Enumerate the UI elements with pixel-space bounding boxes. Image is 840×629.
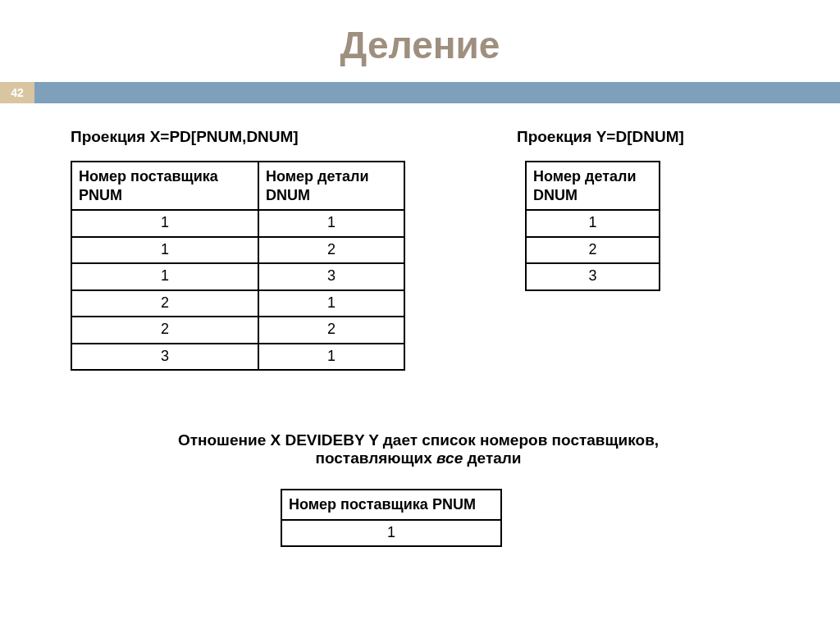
explanation-line2-italic: все (436, 449, 463, 467)
table-cell: 3 (526, 263, 660, 290)
table-cell: 3 (258, 263, 404, 290)
table-cell: 2 (258, 317, 404, 344)
table-cell: 1 (258, 344, 404, 371)
table-cell: 1 (526, 210, 660, 237)
table-row: 1 (526, 210, 660, 237)
explanation-line1: Отношение X DEVIDEBY Y дает список номер… (178, 431, 659, 449)
explanation-line2-prefix: поставляющих (315, 449, 436, 467)
table-row: 1 1 (71, 210, 404, 237)
table-header-row: Номер поставщика PNUM (281, 490, 501, 520)
table-cell: 1 (71, 263, 258, 290)
table-projection-x: Номер поставщика PNUM Номер детали DNUM … (71, 161, 405, 371)
table-row: 3 (526, 263, 660, 290)
table-result: Номер поставщика PNUM 1 (281, 489, 502, 547)
table-cell: 3 (71, 344, 258, 371)
table-header-cell: Номер поставщика PNUM (281, 490, 501, 520)
table-row: 2 (526, 237, 660, 264)
table-header-row: Номер детали DNUM (526, 162, 660, 210)
table-cell: 1 (281, 520, 501, 547)
table-header-cell: Номер поставщика PNUM (71, 162, 258, 210)
table-row: 1 3 (71, 263, 404, 290)
table-row: 1 (281, 520, 501, 547)
slide: Деление 42 Проекция X=PD[PNUM,DNUM] Прое… (0, 0, 840, 629)
table-projection-y: Номер детали DNUM 1 2 3 (525, 161, 660, 291)
page-number-badge: 42 (0, 82, 34, 103)
header-band: 42 (0, 82, 840, 103)
table-cell: 1 (258, 290, 404, 317)
slide-title: Деление (0, 0, 840, 82)
projection-y-caption: Проекция Y=D[DNUM] (517, 128, 684, 146)
table-cell: 1 (71, 237, 258, 264)
table-cell: 2 (71, 290, 258, 317)
table-cell: 2 (258, 237, 404, 264)
table-header-row: Номер поставщика PNUM Номер детали DNUM (71, 162, 404, 210)
table-cell: 1 (258, 210, 404, 237)
table-cell: 1 (71, 210, 258, 237)
explanation-text: Отношение X DEVIDEBY Y дает список номер… (90, 431, 746, 467)
table-row: 3 1 (71, 344, 404, 371)
projection-x-caption: Проекция X=PD[PNUM,DNUM] (71, 128, 299, 146)
explanation-line2-suffix: детали (463, 449, 521, 467)
table-cell: 2 (71, 317, 258, 344)
table-row: 2 1 (71, 290, 404, 317)
table-row: 2 2 (71, 317, 404, 344)
table-header-cell: Номер детали DNUM (526, 162, 660, 210)
table-row: 1 2 (71, 237, 404, 264)
table-header-cell: Номер детали DNUM (258, 162, 404, 210)
table-cell: 2 (526, 237, 660, 264)
